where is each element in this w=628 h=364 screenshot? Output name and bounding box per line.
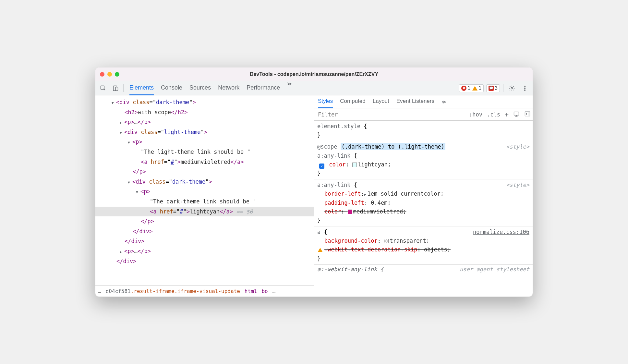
issues-badge[interactable]: 💬 3 [486, 84, 500, 92]
dom-node: </div> [95, 256, 314, 266]
svg-rect-8 [525, 112, 530, 116]
window-title: DevTools - codepen.io/miriamsuzanne/pen/… [250, 71, 378, 77]
svg-point-4 [525, 86, 525, 87]
dom-node: <h2>with scope</h2> [95, 107, 314, 117]
breadcrumb-item[interactable]: bo [261, 288, 268, 294]
dom-node: ▼<p> [95, 137, 314, 147]
tab-performance[interactable]: Performance [247, 81, 280, 95]
tab-console[interactable]: Console [161, 81, 182, 95]
svg-point-6 [525, 90, 525, 91]
console-badges[interactable]: ✕ 1 1 [459, 84, 484, 92]
separator [123, 84, 124, 92]
warning-count: 1 [478, 85, 481, 91]
styles-list[interactable]: element.style { } <style> @scope (.dark-… [314, 121, 533, 297]
element-style-rule[interactable]: element.style { } [314, 121, 533, 141]
device-toolbar-icon[interactable] [110, 83, 121, 93]
sub-tabs: Styles Computed Layout Event Listeners ≫ [314, 95, 533, 108]
styles-panel: Styles Computed Layout Event Listeners ≫… [314, 95, 533, 297]
minimize-window-button[interactable] [107, 72, 112, 77]
svg-point-3 [511, 87, 513, 89]
svg-point-5 [525, 88, 525, 89]
dom-node: ▼<div class="dark-theme"> [95, 97, 314, 107]
css-rule[interactable]: <style> a:any-link { border-left:▶1em so… [314, 179, 533, 226]
devtools-window: DevTools - codepen.io/miriamsuzanne/pen/… [95, 67, 533, 297]
traffic-lights [100, 72, 119, 77]
css-property-invalid[interactable]: -webkit-text-decoration-skip: objects; [317, 245, 529, 254]
issues-icon: 💬 [489, 86, 494, 91]
warning-badge[interactable]: 1 [472, 85, 481, 91]
dom-node: ▶<p>…</p> [95, 117, 314, 127]
css-property-overridden[interactable]: color: mediumvioletred; [317, 207, 529, 216]
filter-actions: :hov .cls + [467, 111, 533, 118]
more-subtabs-icon[interactable]: ≫ [441, 99, 446, 104]
dom-text-node: "The light-theme link should be " [95, 147, 314, 157]
dom-text-node: "The dark-theme link should be " [95, 197, 314, 207]
error-badge[interactable]: ✕ 1 [461, 85, 470, 91]
tab-event-listeners[interactable]: Event Listeners [396, 95, 434, 108]
tab-sources[interactable]: Sources [189, 81, 211, 95]
new-rule-button[interactable]: + [505, 111, 509, 118]
css-rule-scoped[interactable]: <style> @scope (.dark-theme) to (.light-… [314, 141, 533, 179]
dom-node: ▼<div class="light-theme"> [95, 127, 314, 137]
dom-tree[interactable]: ▼<div class="dark-theme"> <h2>with scope… [95, 95, 314, 285]
svg-rect-7 [514, 112, 519, 115]
color-swatch[interactable] [384, 239, 389, 243]
dom-node: <a href="#">mediumvioletred</a> [95, 157, 314, 167]
rule-source[interactable]: <style> [506, 142, 529, 151]
inspect-element-icon[interactable] [98, 83, 108, 93]
separator [503, 84, 503, 92]
titlebar: DevTools - codepen.io/miriamsuzanne/pen/… [95, 67, 533, 81]
breadcrumb[interactable]: … d04cf581.result-iframe.iframe-visual-u… [95, 285, 314, 297]
scope-highlight: (.dark-theme) to (.light-theme) [341, 143, 445, 150]
rule-source-link[interactable]: normalize.css:106 [473, 228, 529, 237]
settings-icon[interactable] [507, 83, 517, 93]
breadcrumb-overflow[interactable]: … [272, 288, 276, 294]
tab-network[interactable]: Network [218, 81, 239, 95]
css-property[interactable]: padding-left: 0.4em; [317, 199, 529, 207]
css-property[interactable]: background-color: transparent; [317, 237, 529, 245]
css-property[interactable]: ✓ color: lightcyan; [317, 160, 529, 169]
more-tabs-icon[interactable]: ≫ [287, 81, 292, 95]
css-rule[interactable]: normalize.css:106 a { background-color: … [314, 226, 533, 265]
maximize-window-button[interactable] [115, 72, 119, 77]
color-swatch[interactable] [352, 163, 357, 167]
tab-layout[interactable]: Layout [373, 95, 389, 108]
css-rule-ua[interactable]: a:-webkit-any-link { user agent styleshe… [314, 265, 533, 274]
css-property[interactable]: border-left:▶1em solid currentcolor; [317, 189, 529, 198]
hov-button[interactable]: :hov [469, 111, 482, 118]
computed-sidebar-icon[interactable] [524, 111, 531, 118]
ua-source: user agent stylesheet [460, 266, 529, 273]
breadcrumb-overflow[interactable]: … [98, 288, 101, 294]
dom-node: </p> [95, 167, 314, 177]
tab-styles[interactable]: Styles [318, 95, 333, 108]
breadcrumb-item[interactable]: d04cf581.result-iframe.iframe-visual-upd… [106, 288, 240, 294]
cls-button[interactable]: .cls [487, 111, 500, 118]
dom-node: </div> [95, 226, 314, 237]
toolbar-right: ✕ 1 1 💬 3 [459, 83, 530, 93]
warning-icon [472, 86, 477, 91]
rule-source[interactable]: <style> [506, 181, 529, 189]
more-menu-icon[interactable] [520, 83, 530, 93]
main-tabs: Elements Console Sources Network Perform… [129, 81, 292, 95]
error-count: 1 [467, 85, 470, 91]
content-area: ▼<div class="dark-theme"> <h2>with scope… [95, 95, 533, 297]
ua-selector: a:-webkit-any-link { [317, 266, 384, 273]
dom-node: ▶<p>…</p> [95, 246, 314, 256]
close-window-button[interactable] [100, 72, 104, 77]
dom-node: ▼<div class="dark-theme"> [95, 177, 314, 187]
tab-elements[interactable]: Elements [129, 81, 154, 95]
tab-computed[interactable]: Computed [340, 95, 365, 108]
error-icon: ✕ [461, 86, 466, 91]
dom-node: </div> [95, 236, 314, 246]
filter-input[interactable] [314, 108, 467, 120]
dom-node: </p> [95, 216, 314, 226]
dom-node-selected: <a href="#">lightcyan</a> == $0 [95, 207, 314, 217]
elements-panel: ▼<div class="dark-theme"> <h2>with scope… [95, 95, 314, 297]
color-swatch[interactable] [348, 210, 352, 214]
main-toolbar: Elements Console Sources Network Perform… [95, 81, 533, 95]
property-checkbox[interactable]: ✓ [319, 164, 324, 169]
issues-count: 3 [495, 85, 498, 91]
rendering-icon[interactable] [513, 111, 520, 118]
warning-icon [318, 248, 322, 252]
breadcrumb-item[interactable]: html [245, 288, 257, 294]
